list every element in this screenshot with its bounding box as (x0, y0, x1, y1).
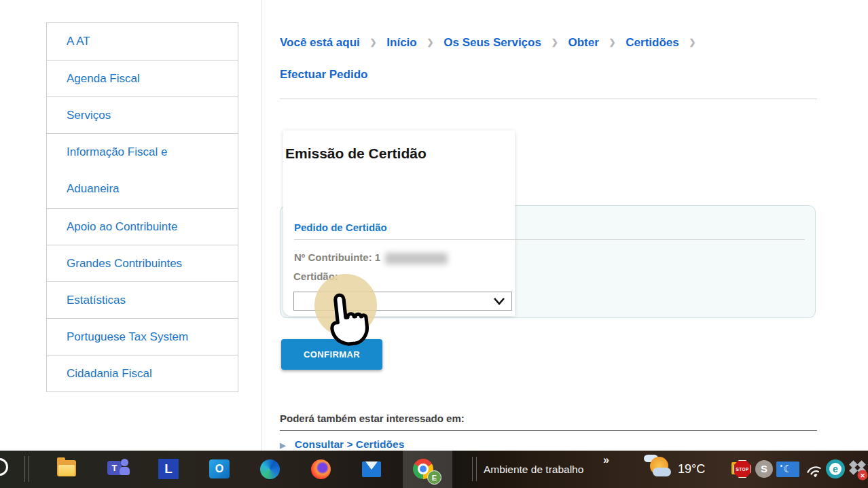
windows-taskbar: T L O E Ambiente de trabalho » 19°C STOP… (0, 451, 868, 488)
chevron-right-icon: ❯ (370, 37, 377, 47)
breadcrumb-obter[interactable]: Obter (568, 36, 598, 49)
chevron-right-icon: ❯ (551, 37, 558, 47)
bullet-arrow-icon: ▶ (280, 441, 285, 449)
panel-heading-divider (294, 239, 805, 240)
temperature-label[interactable]: 19°C (678, 451, 705, 488)
breadcrumb: Você está aqui ❯ Início ❯ Os Seus Serviç… (280, 27, 742, 90)
desktop-toolbar-label[interactable]: Ambiente de trabalho (484, 451, 583, 488)
teams-icon-body (120, 467, 130, 475)
hand-pointer-icon (321, 284, 372, 351)
screen: A AT Agenda Fiscal Serviços Informação F… (0, 0, 868, 488)
sidebar-item-a-at[interactable]: A AT (47, 23, 238, 60)
nif-row: Nº Contribuinte: 1 (294, 251, 448, 264)
chevron-right-icon: ❯ (427, 37, 433, 47)
outlook-icon[interactable]: O (209, 459, 230, 478)
link-label: Consultar > Certidões (295, 438, 405, 450)
sidebar-item-cidadania-fiscal[interactable]: Cidadania Fiscal (47, 355, 238, 391)
sidebar-item-grandes-contribuintes[interactable]: Grandes Contribuintes (47, 245, 238, 281)
file-explorer-icon-front (58, 465, 75, 476)
page-title: Emissão de Certidão (285, 145, 427, 162)
svg-text:✕: ✕ (860, 472, 865, 479)
taskbar-separator (476, 457, 477, 481)
sidebar-item-agenda-fiscal[interactable]: Agenda Fiscal (47, 60, 238, 97)
nif-label: Nº Contribuinte: (294, 251, 372, 263)
taskbar-separator (472, 457, 473, 481)
dropbox-error-tray-icon[interactable]: ✕ (848, 460, 868, 481)
sidebar-item-informacao-fiscal[interactable]: Informação Fiscal e Aduaneira (47, 133, 238, 208)
interested-heading: Poderá também estar interessado em: (280, 413, 465, 424)
breadcrumb-inicio[interactable]: Início (386, 36, 416, 49)
chevron-right-icon: ❯ (689, 37, 695, 47)
toolbar-overflow-chevron[interactable]: » (603, 454, 609, 466)
taskbar-separator (29, 456, 29, 482)
crescent-tray-icon[interactable]: ☾ (776, 461, 799, 477)
weather-cloud-icon (653, 468, 671, 476)
nif-redacted-blur (385, 253, 448, 264)
sidebar-menu: A AT Agenda Fiscal Serviços Informação F… (46, 22, 238, 392)
teams-icon-head (121, 459, 128, 466)
firefox-icon[interactable] (311, 459, 331, 479)
l-app-icon[interactable]: L (158, 459, 179, 479)
sidebar-divider (261, 0, 262, 451)
sidebar-item-servicos[interactable]: Serviços (47, 97, 238, 133)
breadcrumb-efectuar-pedido[interactable]: Efectuar Pedido (280, 68, 367, 81)
chevron-right-icon: ❯ (609, 37, 616, 47)
eset-tray-icon[interactable]: e (826, 459, 845, 478)
mail-icon[interactable] (362, 461, 381, 477)
wifi-icon[interactable] (805, 461, 823, 478)
interested-divider (280, 430, 817, 431)
edge-icon[interactable] (260, 459, 280, 479)
breadcrumb-os-seus-servicos[interactable]: Os Seus Serviços (444, 36, 541, 49)
sidebar-item-portuguese-tax-system[interactable]: Portuguese Tax System (47, 318, 238, 355)
sidebar-item-apoio-contribuinte[interactable]: Apoio ao Contribuinte (47, 208, 238, 245)
nif-visible-digit: 1 (375, 251, 380, 263)
taskbar-separator (24, 456, 25, 482)
chevron-down-icon (494, 298, 505, 305)
stop-tray-icon[interactable]: STOP (734, 460, 751, 478)
breadcrumb-certidoes[interactable]: Certidões (626, 36, 679, 49)
cortana-ring-icon[interactable] (0, 458, 8, 476)
panel-heading: Pedido de Certidão (294, 222, 387, 233)
skype-tray-icon[interactable]: S (755, 460, 773, 478)
breadcrumb-divider (280, 99, 817, 99)
chrome-profile-badge: E (427, 470, 441, 485)
sidebar-item-estatisticas[interactable]: Estatísticas (47, 281, 238, 318)
breadcrumb-you-are-here: Você está aqui (280, 36, 360, 49)
crescent-tray-sparkle (780, 465, 782, 467)
link-consultar-certidoes[interactable]: ▶ Consultar > Certidões (280, 438, 404, 451)
